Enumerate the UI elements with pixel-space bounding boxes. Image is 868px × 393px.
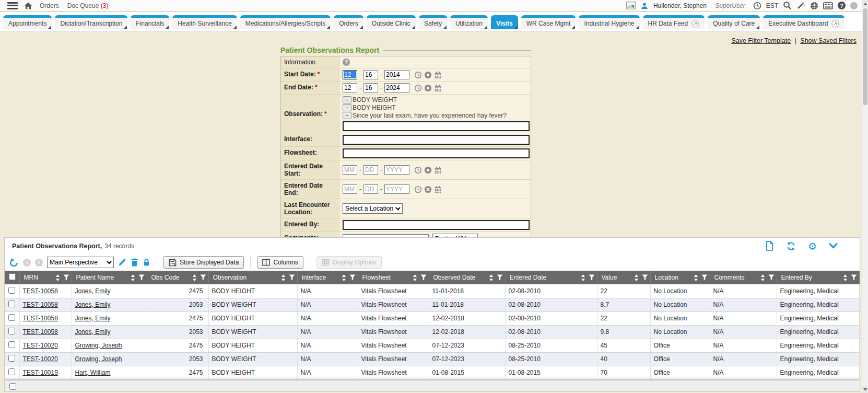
entered-date-start-year-input[interactable] xyxy=(384,165,409,175)
observation-search-input[interactable] xyxy=(343,121,530,131)
patient-name-link[interactable]: Hart, William xyxy=(75,369,111,376)
filter-funnel-icon[interactable] xyxy=(642,274,648,281)
module-tab[interactable]: Safety xyxy=(419,15,447,29)
sort-icon[interactable] xyxy=(281,274,286,281)
flowsheet-input[interactable] xyxy=(343,148,530,158)
row-checkbox[interactable] xyxy=(8,314,15,321)
mrn-link[interactable]: TEST-10058 xyxy=(23,328,58,336)
remove-observation-button[interactable]: – xyxy=(343,112,351,119)
start-date-day-input[interactable] xyxy=(363,70,378,79)
module-tab[interactable]: Outside Clinic xyxy=(367,15,416,29)
sort-icon[interactable] xyxy=(413,274,417,281)
home-icon[interactable] xyxy=(24,2,32,10)
sort-icon[interactable] xyxy=(634,274,639,281)
row-checkbox[interactable] xyxy=(9,383,16,390)
refresh-icon[interactable] xyxy=(786,241,796,251)
filter-funnel-icon[interactable] xyxy=(289,274,295,281)
mrn-link[interactable]: TEST-10020 xyxy=(23,355,58,363)
screenshot-icon[interactable] xyxy=(626,2,636,9)
row-checkbox[interactable] xyxy=(8,368,15,375)
entered-date-start-month-input[interactable] xyxy=(343,165,357,175)
module-tab[interactable]: Health Surveillance xyxy=(172,15,237,29)
module-tab[interactable]: Appointments xyxy=(3,15,52,29)
end-date-year-input[interactable] xyxy=(384,83,409,93)
new-document-icon[interactable] xyxy=(765,241,774,251)
start-date-year-input[interactable] xyxy=(384,70,409,79)
remove-observation-button[interactable]: – xyxy=(343,96,351,103)
time-picker-icon[interactable] xyxy=(414,186,422,193)
sort-icon[interactable] xyxy=(489,274,494,281)
sort-icon[interactable] xyxy=(581,274,585,281)
column-header[interactable]: Location xyxy=(650,271,710,284)
scroll-up-arrow[interactable] xyxy=(862,0,868,7)
store-displayed-data-button[interactable]: Store Displayed Data xyxy=(163,256,244,269)
mrn-link[interactable]: TEST-10058 xyxy=(23,301,58,308)
row-checkbox[interactable] xyxy=(8,355,15,362)
entered-by-input[interactable] xyxy=(343,220,530,230)
column-header[interactable]: Obs Code xyxy=(147,271,208,284)
module-tab[interactable]: Dictation/Transcription xyxy=(55,15,127,29)
edit-perspective-icon[interactable] xyxy=(118,258,126,267)
filter-funnel-icon[interactable] xyxy=(420,274,427,281)
module-tab[interactable]: WR Case Mgmt xyxy=(521,15,576,29)
previous-perspective-icon[interactable]: ‹ xyxy=(23,259,31,267)
keyboard-icon[interactable] xyxy=(823,2,833,9)
delete-perspective-icon[interactable] xyxy=(131,258,138,267)
filter-funnel-icon[interactable] xyxy=(138,274,145,281)
filter-funnel-icon[interactable] xyxy=(200,274,206,281)
column-header[interactable]: Flowsheet xyxy=(358,271,429,284)
filter-funnel-icon[interactable] xyxy=(589,274,595,281)
row-checkbox[interactable] xyxy=(8,287,15,294)
collapse-chevron-icon[interactable] xyxy=(829,242,838,249)
info-help-icon[interactable]: ? xyxy=(343,59,350,66)
column-header[interactable]: Entered Date xyxy=(505,271,597,284)
sort-icon[interactable] xyxy=(55,274,60,281)
patient-name-link[interactable]: Growing, Joseph xyxy=(75,355,122,363)
filter-funnel-icon[interactable] xyxy=(497,274,503,281)
filter-funnel-icon[interactable] xyxy=(851,274,857,281)
filter-funnel-icon[interactable] xyxy=(349,274,356,281)
columns-button[interactable]: Columns xyxy=(257,256,303,269)
sort-icon[interactable] xyxy=(342,274,346,281)
globe-icon[interactable] xyxy=(810,2,818,10)
patient-name-link[interactable]: Growing, Joseph xyxy=(75,342,122,349)
patient-name-link[interactable]: Jones, Emily xyxy=(75,301,111,308)
sort-icon[interactable] xyxy=(760,274,765,281)
mrn-link[interactable]: TEST-10058 xyxy=(23,315,58,322)
column-header[interactable]: Comments xyxy=(710,271,777,284)
perspective-select[interactable]: Main Perspective xyxy=(47,257,114,268)
breadcrumb-doc-queue[interactable]: Doc Queue (3) xyxy=(67,2,109,9)
calendar-icon[interactable] xyxy=(434,186,442,193)
mrn-link[interactable]: TEST-10020 xyxy=(23,342,58,349)
module-tab[interactable]: Visits xyxy=(491,15,518,29)
time-picker-icon[interactable] xyxy=(414,71,422,79)
row-checkbox[interactable] xyxy=(8,300,15,307)
patient-name-link[interactable]: Jones, Emily xyxy=(75,315,111,322)
column-header[interactable]: Value xyxy=(597,271,650,284)
time-picker-icon[interactable] xyxy=(414,166,422,174)
calendar-icon[interactable] xyxy=(434,166,442,174)
entered-date-start-day-input[interactable] xyxy=(363,165,378,175)
row-checkbox[interactable] xyxy=(8,328,15,334)
calendar-icon[interactable] xyxy=(434,84,442,92)
time-picker-icon[interactable] xyxy=(414,84,422,92)
last-encounter-location-select[interactable]: Select a Location xyxy=(343,203,403,214)
filter-funnel-icon[interactable] xyxy=(63,274,69,281)
select-all-checkbox[interactable] xyxy=(9,273,16,280)
mrn-link[interactable]: TEST-10019 xyxy=(23,369,58,376)
breadcrumb-orders[interactable]: Orders xyxy=(40,2,59,9)
module-tab[interactable]: Medications/Allergies/Scripts xyxy=(240,15,331,29)
entered-date-end-month-input[interactable] xyxy=(343,184,357,194)
filter-funnel-icon[interactable] xyxy=(701,274,708,281)
hamburger-menu-icon[interactable] xyxy=(7,2,18,9)
column-header[interactable]: Patient Name xyxy=(72,271,147,284)
page-scrollbar[interactable] xyxy=(862,0,868,393)
next-perspective-icon[interactable]: › xyxy=(35,259,43,267)
start-date-month-input[interactable] xyxy=(343,70,357,79)
patient-name-link[interactable]: Jones, Emily xyxy=(75,328,111,336)
module-tab[interactable]: HR Data Feed xyxy=(643,15,705,29)
module-tab[interactable]: Executive Dashboard xyxy=(763,15,844,29)
entered-date-end-year-input[interactable] xyxy=(384,184,409,194)
show-saved-filters-link[interactable]: Show Saved Filters xyxy=(800,37,857,44)
interface-input[interactable] xyxy=(343,135,530,145)
